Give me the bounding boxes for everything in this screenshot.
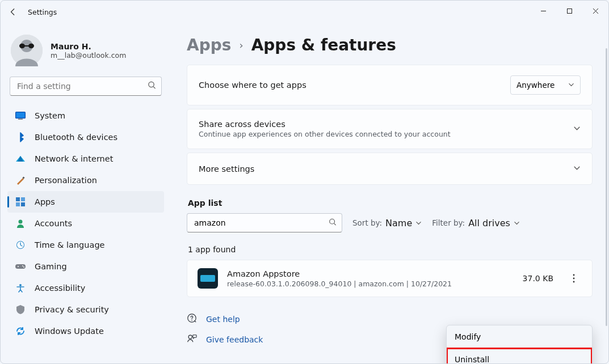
window-title: Settings	[28, 8, 57, 16]
filter-by-control[interactable]: Filter by: All drives	[432, 218, 520, 228]
app-icon	[198, 268, 218, 289]
sidebar-item-label: Bluetooth & devices	[35, 133, 117, 142]
svg-line-8	[153, 87, 155, 88]
sidebar-item-system[interactable]: System	[7, 105, 164, 126]
card-more-settings[interactable]: More settings	[187, 153, 593, 185]
sidebar-item-label: Windows Update	[35, 327, 104, 336]
svg-point-22	[22, 265, 23, 266]
sidebar-item-bluetooth[interactable]: Bluetooth & devices	[7, 126, 164, 148]
chevron-right-icon: ›	[239, 39, 243, 51]
svg-point-4	[19, 44, 25, 48]
profile-name: Mauro H.	[51, 42, 126, 51]
maximize-button[interactable]	[556, 1, 582, 21]
menu-uninstall[interactable]: Uninstall	[447, 348, 592, 363]
svg-rect-11	[18, 119, 23, 120]
avatar	[11, 35, 43, 66]
sidebar-item-update[interactable]: Windows Update	[7, 320, 164, 342]
maximize-icon	[566, 8, 573, 14]
svg-rect-14	[21, 197, 25, 201]
sidebar-item-network[interactable]: Network & internet	[7, 148, 164, 170]
app-row[interactable]: Amazon Appstore release-60.03.1.0.206098…	[187, 260, 593, 297]
app-more-button[interactable]	[566, 270, 582, 286]
sidebar-item-label: Personalization	[35, 176, 97, 185]
svg-point-5	[28, 44, 34, 48]
svg-point-24	[19, 284, 22, 286]
apps-source-select[interactable]: Anywhere	[510, 75, 581, 95]
card-share-across-devices[interactable]: Share across devices Continue app experi…	[187, 109, 593, 149]
svg-point-17	[19, 220, 23, 224]
app-list-filters: Sort by: Name Filter by: All drives	[187, 213, 593, 232]
svg-rect-16	[21, 202, 25, 206]
breadcrumb: Apps › Apps & features	[187, 36, 593, 54]
sidebar-item-accessibility[interactable]: Accessibility	[7, 277, 164, 299]
chevron-down-icon	[514, 218, 520, 228]
select-value: Anywhere	[516, 81, 555, 90]
chevron-down-icon	[573, 163, 581, 174]
filter-value: All drives	[468, 218, 510, 228]
sidebar-item-privacy[interactable]: Privacy & security	[7, 299, 164, 320]
menu-modify[interactable]: Modify	[447, 325, 592, 348]
breadcrumb-parent[interactable]: Apps	[187, 36, 231, 54]
filter-label: Filter by:	[432, 218, 465, 227]
sidebar-item-label: Accounts	[35, 219, 72, 228]
settings-search-input[interactable]	[10, 77, 162, 96]
svg-line-26	[334, 223, 336, 225]
personalization-icon	[15, 175, 26, 185]
scrollbar[interactable]	[606, 48, 607, 326]
minimize-button[interactable]	[530, 1, 556, 21]
app-context-menu: Modify Uninstall	[446, 325, 593, 363]
svg-rect-10	[16, 112, 25, 118]
svg-point-25	[330, 219, 335, 224]
svg-rect-33	[193, 335, 196, 338]
breadcrumb-current: Apps & features	[251, 36, 396, 54]
card-subtitle: Continue app experiences on other device…	[199, 130, 451, 138]
accessibility-icon	[15, 283, 26, 293]
svg-point-32	[188, 335, 192, 338]
svg-point-7	[149, 82, 154, 87]
app-list-label: App list	[188, 198, 593, 208]
sidebar-item-label: Accessibility	[35, 283, 85, 293]
chevron-down-icon	[415, 218, 422, 228]
bluetooth-icon	[15, 132, 26, 142]
link-text: Get help	[206, 315, 240, 324]
arrow-left-icon	[9, 8, 17, 16]
app-search-input[interactable]	[187, 213, 342, 232]
sidebar-item-gaming[interactable]: Gaming	[7, 256, 164, 277]
sidebar: Mauro H. m__lab@outlook.com SystemBlueto…	[1, 23, 171, 363]
app-meta: release-60.03.1.0.206098.0_94010 | amazo…	[227, 280, 452, 288]
sidebar-item-personalization[interactable]: Personalization	[7, 170, 164, 191]
svg-rect-20	[15, 264, 26, 269]
search-icon	[329, 218, 337, 228]
close-button[interactable]	[582, 1, 608, 21]
svg-point-23	[23, 266, 24, 268]
app-search	[187, 213, 342, 232]
card-where-to-get-apps[interactable]: Choose where to get apps Anywhere	[187, 65, 593, 105]
kebab-icon	[573, 274, 575, 283]
close-icon	[593, 8, 599, 14]
accounts-icon	[15, 218, 26, 228]
network-icon	[15, 154, 26, 164]
sort-label: Sort by:	[352, 218, 382, 227]
profile-block[interactable]: Mauro H. m__lab@outlook.com	[7, 32, 164, 77]
sidebar-item-accounts[interactable]: Accounts	[7, 213, 164, 234]
get-help-link[interactable]: Get help	[187, 313, 593, 325]
svg-point-29	[573, 281, 575, 283]
feedback-icon	[187, 333, 197, 346]
svg-point-28	[573, 278, 575, 280]
help-icon	[187, 313, 197, 325]
system-icon	[15, 111, 26, 121]
card-title: Choose where to get apps	[199, 81, 306, 90]
link-text: Give feedback	[206, 335, 263, 344]
card-title: More settings	[199, 164, 254, 173]
gaming-icon	[15, 261, 26, 272]
svg-rect-15	[16, 202, 20, 206]
sidebar-item-label: Privacy & security	[35, 305, 109, 314]
privacy-icon	[15, 304, 26, 315]
back-button[interactable]	[5, 4, 21, 20]
card-title: Share across devices	[199, 120, 451, 129]
sidebar-item-apps[interactable]: Apps	[7, 191, 164, 213]
sidebar-item-label: Network & internet	[35, 154, 113, 163]
sort-by-control[interactable]: Sort by: Name	[352, 218, 422, 228]
sidebar-item-time[interactable]: Time & language	[7, 234, 164, 256]
time-icon	[15, 240, 26, 250]
